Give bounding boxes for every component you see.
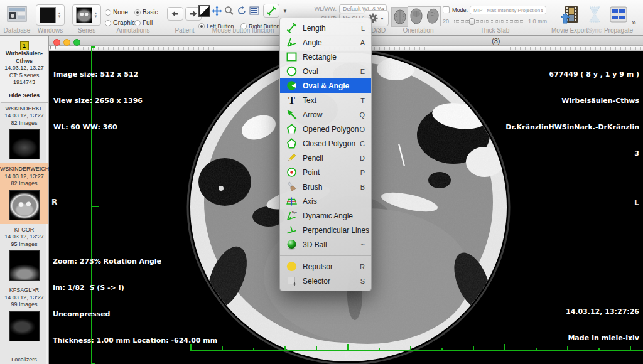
menu-separator <box>280 255 371 256</box>
menu-item-dynamic-angle[interactable]: Dyn Dynamic Angle <box>280 208 371 223</box>
series-item[interactable]: WSKINDERKF 14.03.12, 13:27 82 Images <box>0 103 48 164</box>
thick-slab-mode-value: MIP - Max Intensity Projection <box>473 8 540 13</box>
series-item[interactable]: KFCOR 14.03.12, 13:27 95 Images <box>0 224 48 285</box>
series-item-selected[interactable]: WSKINDERWEICH. 14.03.12, 13:27 82 Images <box>0 163 48 224</box>
thick-slab-slider[interactable] <box>454 20 524 23</box>
roi-tool-button[interactable] <box>263 4 279 18</box>
previous-patient-button[interactable] <box>167 7 183 21</box>
zoom-tool-button[interactable] <box>223 4 235 18</box>
series-item[interactable]: KFSAGL>R 14.03.12, 13:27 99 Images <box>0 284 48 345</box>
windows-thumbnail <box>40 7 56 23</box>
menu-item-length[interactable]: LengthL <box>280 21 371 35</box>
series-label: Series <box>70 27 103 34</box>
toolbar-overflow-button[interactable]: » <box>632 18 636 27</box>
overlay-bottom-right: 14.03.12, 13:27:26 Made In miele-lxiv <box>566 290 639 360</box>
series-sidebar: 1 Wirbelsäulen-Cthws 14.03.12, 13:27 CT:… <box>0 36 49 364</box>
series-date: 14.03.12, 13:27 <box>0 233 48 241</box>
series-item[interactable]: Localizers 14.03.12, 13:26 3 Images <box>0 354 48 364</box>
zoom-window-button[interactable] <box>73 39 80 46</box>
slider-pointer-icon[interactable] <box>50 46 56 51</box>
series-thumbnail[interactable] <box>9 250 40 281</box>
propagate-group: Propagate <box>602 0 635 35</box>
propagate-button[interactable] <box>610 6 627 25</box>
radio-icon <box>105 9 111 16</box>
menu-item-rectangle[interactable]: Rectangle <box>280 50 371 64</box>
menu-item-oval[interactable]: OvalE <box>280 64 371 78</box>
series-button[interactable]: ▲▼ <box>72 4 101 26</box>
study-id: 1914743 <box>0 79 48 87</box>
slider-thumb[interactable] <box>469 18 475 25</box>
menu-item-point[interactable]: PointP <box>280 165 371 179</box>
overlay-top-left: Image size: 512 x 512 View size: 2658 x … <box>53 53 143 149</box>
thick-slab-mode-checkbox[interactable] <box>443 6 450 13</box>
thick-slab-mm: 1.0 mm <box>528 18 547 24</box>
menu-item-arrow[interactable]: ArrowQ <box>280 107 371 122</box>
series-count: 82 Images <box>0 180 48 188</box>
menu-item-closed-polygon[interactable]: Closed PolygonC <box>280 136 371 151</box>
annotations-radio-graphic[interactable]: Graphic <box>105 16 135 28</box>
close-button[interactable] <box>53 39 60 46</box>
orientation-sagittal-button[interactable] <box>424 6 441 26</box>
menu-item-opened-polygon[interactable]: Opened PolygonO <box>280 122 371 136</box>
thick-slab-min: 20 <box>443 18 449 24</box>
menu-item-pencil[interactable]: PencilD <box>280 151 371 165</box>
menu-item-selector[interactable]: SelectorS <box>280 274 371 288</box>
acquisition-datetime-text: 14.03.12, 13:27:26 <box>566 308 639 316</box>
length-tool-icon <box>267 6 276 16</box>
pan-tool-button[interactable] <box>210 4 223 18</box>
menu-item-angle[interactable]: AngleA <box>280 35 371 50</box>
window-title: (3) <box>492 37 500 45</box>
arrow-left-icon <box>171 11 179 17</box>
annotations-full-label: Full <box>143 19 153 26</box>
annotations-radio-basic[interactable]: Basic <box>134 6 158 17</box>
point-icon <box>285 167 298 178</box>
overlay-top-right: 677449 ( 8 y , 1 y 9 m ) Wirbelsäulen-Ct… <box>505 53 639 176</box>
orientation-marker-left: L <box>634 198 639 207</box>
wlww-tool-button[interactable] <box>198 5 210 17</box>
zoom-rotation-text: Zoom: 273% Rotation Angle <box>53 257 217 266</box>
3d-ball-icon <box>285 239 298 250</box>
series-count: 99 Images <box>0 301 48 309</box>
series-name: KFCOR <box>0 227 48 234</box>
thick-slab-mode-popup[interactable]: MIP - Max Intensity Projection⇕ <box>470 6 546 14</box>
dynamic-angle-icon: Dyn <box>285 210 298 222</box>
menu-item-brush[interactable]: BrushB <box>280 179 371 194</box>
sync-button[interactable] <box>588 6 602 26</box>
annotations-radio-full[interactable]: Full <box>134 16 153 28</box>
series-thumbnail[interactable] <box>9 311 40 341</box>
thick-slab-group: Mode: MIP - Max Intensity Projection⇕ 20… <box>440 0 550 35</box>
roi-tool-chevron[interactable]: ▼ <box>283 8 288 14</box>
menu-item-axis[interactable]: Axis <box>280 194 371 208</box>
menu-item-text[interactable]: T TextT <box>280 93 371 107</box>
orientation-axial-button[interactable] <box>391 7 408 27</box>
made-in-text: Made In miele-lxiv <box>566 334 639 343</box>
thick-slab-label: Thick Slab <box>440 27 550 34</box>
series-name: WSKINDERKF <box>0 105 48 113</box>
menu-item-3d-ball[interactable]: 3D Ball~ <box>280 237 371 252</box>
next-image-tool-button[interactable] <box>248 4 261 18</box>
hide-series-button[interactable]: Hide Series <box>0 92 48 99</box>
image-size-text: Image size: 512 x 512 <box>53 70 143 79</box>
thickness-location-text: Thickness: 1.00 mm Location: -624.00 mm <box>53 336 217 345</box>
movie-export-button[interactable] <box>560 4 579 27</box>
series-thumbnail[interactable] <box>9 129 40 159</box>
series-thumbnail <box>76 7 92 23</box>
minimize-button[interactable] <box>63 39 70 46</box>
rotate-tool-button[interactable] <box>235 4 248 18</box>
pencil-icon <box>285 153 298 164</box>
series-name: WSKINDERWEICH. <box>0 166 48 173</box>
menu-item-repulsor[interactable]: RepulsorR <box>280 259 371 274</box>
orientation-coronal-button[interactable] <box>408 6 424 26</box>
series-name: KFSAGL>R <box>0 287 48 294</box>
menu-item-perpendicular-lines[interactable]: Perpendicular Lines <box>280 223 371 237</box>
text-icon: T <box>285 95 298 106</box>
database-button[interactable] <box>7 5 27 23</box>
annotations-radio-none[interactable]: None <box>105 6 128 17</box>
overlay-bottom-left: Zoom: 273% Rotation Angle Im: 1/82 S (S … <box>53 240 217 363</box>
mouse-function-group: ▼ Left Button Right Button Mouse button … <box>197 0 289 35</box>
series-thumbnail[interactable] <box>9 190 40 220</box>
rotate-icon <box>237 6 247 16</box>
annotations-group: None Graphic Basic Full Annotations <box>102 0 165 35</box>
windows-button[interactable]: ▲▼ <box>36 4 65 26</box>
menu-item-oval-angle[interactable]: Oval & Angle <box>280 78 371 93</box>
